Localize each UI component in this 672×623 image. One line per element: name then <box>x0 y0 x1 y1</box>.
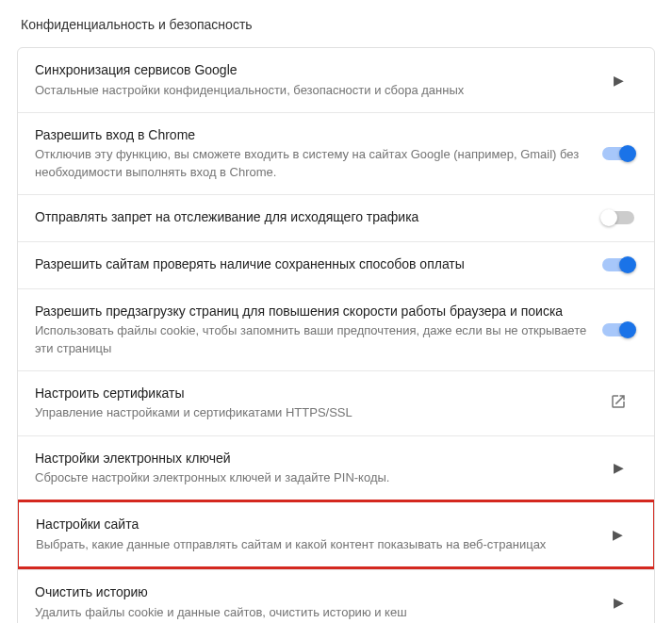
row-desc: Использовать файлы cookie, чтобы запомни… <box>35 322 588 356</box>
chevron-right-icon: ▶ <box>613 527 623 542</box>
row-google-sync[interactable]: Синхронизация сервисов Google Остальные … <box>18 48 654 112</box>
row-allow-chrome-signin[interactable]: Разрешить вход в Chrome Отключив эту фун… <box>18 112 654 194</box>
section-title: Конфиденциальность и безопасность <box>17 17 655 32</box>
row-site-settings[interactable]: Настройки сайта Выбрать, какие данные от… <box>17 500 655 569</box>
row-title: Синхронизация сервисов Google <box>35 61 588 80</box>
row-desc: Удалить файлы cookie и данные сайтов, оч… <box>35 604 588 621</box>
row-desc: Остальные настройки конфиденциальности, … <box>35 82 588 99</box>
row-title: Отправлять запрет на отслеживание для ис… <box>35 208 588 227</box>
row-desc: Отключив эту функцию, вы сможете входить… <box>35 146 588 180</box>
row-action: ▶ <box>598 527 636 542</box>
toggle-switch[interactable] <box>602 211 634 224</box>
row-text: Разрешить вход в Chrome Отключив эту фун… <box>35 126 599 181</box>
row-do-not-track[interactable]: Отправлять запрет на отслеживание для ис… <box>18 194 654 241</box>
row-action <box>599 211 637 224</box>
toggle-switch[interactable] <box>602 323 634 336</box>
row-title: Разрешить вход в Chrome <box>35 126 588 145</box>
row-preload-pages[interactable]: Разрешить предзагрузку страниц для повыш… <box>18 288 654 370</box>
toggle-switch[interactable] <box>602 147 634 160</box>
row-desc: Выбрать, какие данные отправлять сайтам … <box>36 536 587 553</box>
row-action <box>599 393 637 414</box>
row-action <box>599 258 637 271</box>
row-text: Настройки электронных ключей Сбросьте на… <box>35 450 599 487</box>
chevron-right-icon: ▶ <box>614 460 624 475</box>
row-title: Разрешить сайтам проверять наличие сохра… <box>35 255 588 274</box>
toggle-switch[interactable] <box>602 258 634 271</box>
external-link-icon <box>610 393 627 414</box>
row-action: ▶ <box>599 460 637 475</box>
row-text: Синхронизация сервисов Google Остальные … <box>35 61 599 99</box>
row-payment-check[interactable]: Разрешить сайтам проверять наличие сохра… <box>18 241 654 288</box>
chevron-right-icon: ▶ <box>614 595 624 610</box>
row-desc: Управление настройками и сертификатами H… <box>35 404 588 421</box>
settings-panel: Синхронизация сервисов Google Остальные … <box>17 47 655 623</box>
row-text: Очистить историю Удалить файлы cookie и … <box>35 583 599 621</box>
row-action <box>599 147 637 160</box>
row-security-keys[interactable]: Настройки электронных ключей Сбросьте на… <box>18 435 654 500</box>
row-title: Настройки сайта <box>36 516 587 534</box>
row-action: ▶ <box>599 595 637 610</box>
row-title: Очистить историю <box>35 583 588 602</box>
row-action: ▶ <box>599 73 637 88</box>
row-action <box>599 323 637 336</box>
row-text: Отправлять запрет на отслеживание для ис… <box>35 208 599 227</box>
row-desc: Сбросьте настройки электронных ключей и … <box>35 469 588 486</box>
row-text: Разрешить предзагрузку страниц для повыш… <box>35 303 599 357</box>
row-text: Настройки сайта Выбрать, какие данные от… <box>36 516 598 553</box>
chevron-right-icon: ▶ <box>614 73 624 88</box>
row-title: Настройки электронных ключей <box>35 450 588 468</box>
row-clear-history[interactable]: Очистить историю Удалить файлы cookie и … <box>18 569 654 623</box>
row-title: Настроить сертификаты <box>35 385 588 403</box>
row-manage-certificates[interactable]: Настроить сертификаты Управление настрой… <box>18 370 654 435</box>
row-title: Разрешить предзагрузку страниц для повыш… <box>35 303 588 321</box>
row-text: Настроить сертификаты Управление настрой… <box>35 385 599 422</box>
row-text: Разрешить сайтам проверять наличие сохра… <box>35 255 599 274</box>
